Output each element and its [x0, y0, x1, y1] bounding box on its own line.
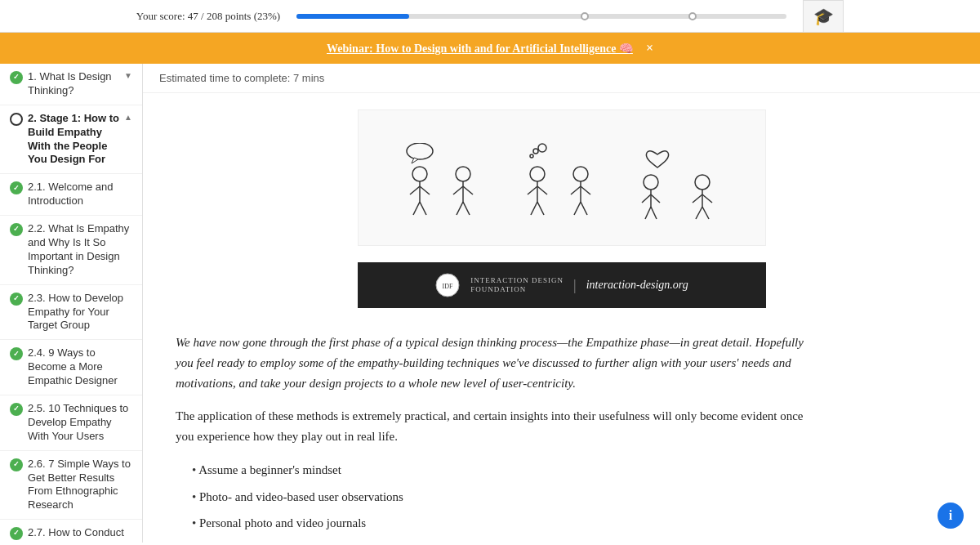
- figure-group-1: [402, 143, 482, 221]
- foundation-logo-icon: IDF: [434, 272, 461, 298]
- sidebar-item-2-2[interactable]: 2.2. What Is Empathy and Why Is It So Im…: [0, 216, 142, 285]
- foundation-bar: IDF INTERACTION DESIGNFOUNDATION | inter…: [358, 262, 766, 308]
- svg-line-31: [642, 194, 651, 203]
- person-figure-3: [519, 143, 556, 221]
- sidebar-item-1[interactable]: 1. What Is Design Thinking? ▼: [0, 64, 142, 105]
- main-layout: 1. What Is Design Thinking? ▼ 2. Stage 1…: [0, 64, 980, 543]
- person-figure-2: [445, 143, 482, 221]
- sidebar-item-2-6[interactable]: 2.6. 7 Simple Ways to Get Better Results…: [0, 451, 142, 520]
- check-icon-2-6: [10, 458, 23, 471]
- sidebar-item-2-7[interactable]: 2.7. How to Conduct User Interviews: [0, 520, 142, 543]
- article-body: We have now gone through the first phase…: [143, 324, 845, 543]
- svg-point-0: [407, 143, 433, 159]
- svg-line-21: [531, 202, 537, 215]
- svg-point-2: [412, 167, 427, 181]
- foundation-url: interaction-design.org: [586, 279, 688, 292]
- svg-line-26: [581, 186, 590, 194]
- bullet-list: Assume a beginner's mindset Photo- and v…: [192, 460, 813, 534]
- sidebar-item-2-1[interactable]: 2.1. Welcome and Introduction: [0, 174, 142, 216]
- sidebar-item-1-label: 1. What Is Design Thinking?: [28, 70, 119, 98]
- top-progress-bar: Your score: 47 / 208 points (23%) 🎓: [0, 0, 980, 33]
- sidebar-item-2-7-label: 2.7. How to Conduct User Interviews: [28, 526, 132, 543]
- progress-bar-fill: [296, 14, 409, 19]
- svg-line-7: [420, 202, 426, 215]
- svg-point-23: [573, 167, 588, 181]
- check-icon-2-7: [10, 527, 23, 540]
- check-icon-2-1: [10, 181, 23, 194]
- svg-line-5: [420, 186, 430, 194]
- check-icon-1: [10, 71, 23, 84]
- svg-line-13: [463, 202, 470, 215]
- sidebar-item-2-4-label: 2.4. 9 Ways to Become a More Empathic De…: [28, 346, 132, 388]
- svg-line-12: [457, 202, 463, 215]
- svg-line-11: [463, 186, 473, 194]
- sidebar-item-2-1-label: 2.1. Welcome and Introduction: [28, 181, 132, 208]
- svg-line-10: [453, 186, 463, 194]
- progress-dot-1: [581, 12, 589, 20]
- svg-line-37: [693, 194, 702, 203]
- sidebar-item-2-3-label: 2.3. How to Develop Empathy for Your Tar…: [28, 292, 132, 333]
- svg-line-28: [581, 202, 587, 215]
- webinar-banner: Webinar: How to Design with and for Arti…: [0, 33, 980, 64]
- svg-point-14: [538, 144, 546, 152]
- certificate-thumbnail[interactable]: 🎓: [803, 0, 844, 33]
- content-area: Estimated time to complete: 7 mins: [143, 64, 980, 543]
- svg-line-34: [651, 207, 657, 219]
- progress-dot-2: [688, 12, 697, 20]
- estimated-time: Estimated time to complete: 7 mins: [143, 64, 980, 93]
- progress-bar-container: [296, 14, 786, 19]
- sidebar-item-2-5-label: 2.5. 10 Techniques to Develop Empathy Wi…: [28, 402, 132, 444]
- sidebar-item-2-2-label: 2.2. What Is Empathy and Why Is It So Im…: [28, 222, 132, 278]
- foundation-divider: |: [573, 277, 577, 294]
- check-icon-2-5: [10, 403, 23, 416]
- svg-point-8: [456, 167, 470, 181]
- svg-line-6: [413, 202, 420, 215]
- svg-point-29: [644, 175, 658, 190]
- svg-point-16: [530, 154, 533, 158]
- score-text: Your score: 47 / 208 points (23%): [136, 10, 280, 23]
- bullet-item-2: Photo- and video-based user observations: [192, 487, 813, 507]
- svg-line-4: [410, 186, 420, 194]
- svg-line-25: [571, 186, 581, 194]
- person-figure-4: [563, 143, 599, 221]
- foundation-text: INTERACTION DESIGNFOUNDATION: [470, 276, 564, 294]
- info-button[interactable]: i: [938, 503, 964, 529]
- article-paragraph-2: The application of these methods is extr…: [176, 406, 813, 447]
- check-icon-2-3: [10, 293, 23, 306]
- article-paragraph-1: We have now gone through the first phase…: [176, 333, 813, 393]
- sidebar-item-2-4[interactable]: 2.4. 9 Ways to Become a More Empathic De…: [0, 340, 142, 395]
- chevron-up-icon-2: ▲: [124, 112, 132, 123]
- figure-group-2: [519, 143, 599, 221]
- check-icon-2-2: [10, 223, 23, 236]
- chevron-down-icon-1: ▼: [124, 70, 132, 81]
- check-icon-2-4: [10, 347, 23, 360]
- sidebar-item-2-6-label: 2.6. 7 Simple Ways to Get Better Results…: [28, 458, 132, 513]
- sidebar-item-2-3[interactable]: 2.3. How to Develop Empathy for Your Tar…: [0, 285, 142, 341]
- svg-line-19: [528, 186, 537, 194]
- svg-point-17: [530, 167, 545, 181]
- sidebar-item-2-header[interactable]: 2. Stage 1: How to Build Empathy With th…: [0, 105, 142, 175]
- banner-close-button[interactable]: ×: [646, 41, 653, 56]
- bullet-item-1: Assume a beginner's mindset: [192, 460, 813, 480]
- svg-line-27: [574, 202, 581, 215]
- sidebar-item-2-label: 2. Stage 1: How to Build Empathy With th…: [28, 112, 119, 168]
- person-figure-6: [684, 143, 721, 221]
- figure-group-3: [637, 143, 721, 221]
- svg-point-35: [695, 175, 710, 190]
- hero-illustration: [358, 109, 766, 246]
- svg-line-39: [696, 207, 702, 219]
- foundation-label: INTERACTION DESIGNFOUNDATION: [470, 276, 564, 294]
- svg-point-15: [533, 149, 538, 154]
- hero-figures-container: [375, 127, 749, 229]
- person-figure-5: [637, 143, 678, 221]
- webinar-link[interactable]: Webinar: How to Design with and for Arti…: [327, 42, 633, 56]
- svg-line-32: [651, 194, 660, 203]
- svg-line-38: [702, 194, 712, 203]
- svg-line-22: [537, 202, 544, 215]
- circle-icon-2: [10, 113, 23, 126]
- svg-text:IDF: IDF: [443, 283, 453, 290]
- person-figure-1: [402, 143, 439, 221]
- sidebar-item-2-5[interactable]: 2.5. 10 Techniques to Develop Empathy Wi…: [0, 395, 142, 451]
- sidebar: 1. What Is Design Thinking? ▼ 2. Stage 1…: [0, 64, 143, 543]
- svg-line-33: [645, 207, 651, 219]
